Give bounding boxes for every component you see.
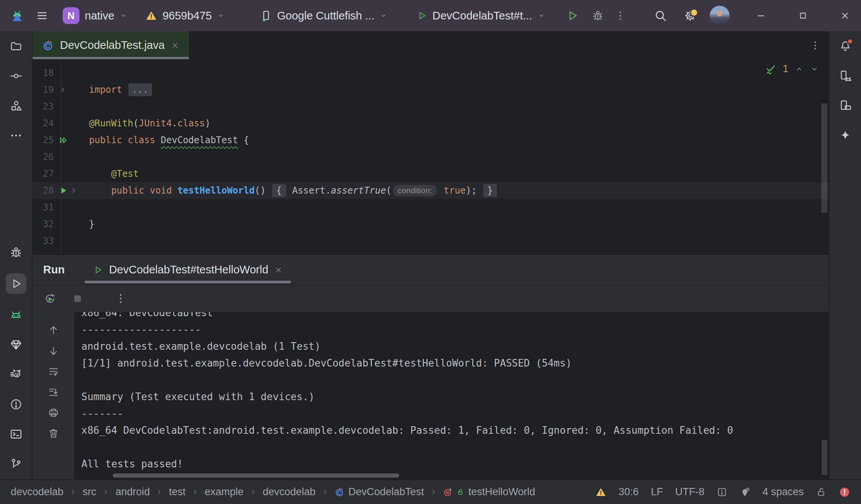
code-text[interactable]: public void testHelloWorld() { Assert.as…	[84, 184, 498, 197]
editor-notifications-icon[interactable]	[717, 487, 727, 498]
tab-options-button[interactable]	[810, 40, 821, 51]
branch-selector[interactable]: 9659b475	[142, 6, 228, 25]
editor-tab-devcodelabtest[interactable]: DevCodelabTest.java	[32, 31, 189, 59]
breadcrumb-item-example[interactable]: example	[205, 486, 244, 498]
gem-icon	[10, 338, 23, 351]
inspections-widget[interactable]: 1	[765, 63, 819, 75]
line-separator[interactable]: LF	[651, 486, 663, 498]
prev-issue-icon[interactable]	[795, 65, 804, 74]
sidebar-item-terminal[interactable]	[6, 425, 26, 443]
rerun-button[interactable]	[42, 291, 58, 306]
breadcrumb-item-devcodelab[interactable]: devcodelab	[11, 486, 63, 498]
code-text[interactable]: }	[84, 219, 94, 229]
close-button[interactable]	[834, 5, 856, 26]
breadcrumb-item-src[interactable]: src	[83, 486, 96, 498]
kebab-icon	[115, 292, 127, 305]
breadcrumb-item-test[interactable]: test	[169, 486, 186, 498]
breadcrumb-item-testhelloworld[interactable]: testHelloWorld	[443, 486, 535, 498]
main-menu-button[interactable]	[36, 10, 48, 22]
indent-setting[interactable]: 4 spaces	[762, 486, 804, 498]
rerun-icon	[44, 292, 56, 305]
sidebar-item-device-manager[interactable]	[835, 67, 856, 85]
gear-icon	[684, 9, 697, 22]
warning-icon[interactable]	[596, 487, 606, 498]
clear-all-button[interactable]	[45, 426, 62, 441]
more-actions-button[interactable]	[615, 10, 626, 21]
scroll-to-end-button[interactable]	[45, 384, 62, 400]
play-outline-icon	[10, 277, 23, 290]
sidebar-item-debug[interactable]	[6, 244, 26, 261]
sidebar-item-commit[interactable]	[6, 67, 26, 85]
caret-position[interactable]: 30:6	[618, 486, 639, 498]
editor-line-24: 24@RunWith(JUnit4.class)	[32, 115, 829, 132]
sidebar-item-run[interactable]	[6, 273, 26, 294]
minimize-button[interactable]	[750, 5, 772, 26]
run-configuration-selector[interactable]: DevCodelabTest#t...	[413, 6, 549, 25]
code-text[interactable]: public class DevCodelabTest {	[84, 135, 249, 145]
stop-button[interactable]	[69, 291, 86, 306]
next-occurrence-button[interactable]	[45, 343, 62, 359]
file-writable-icon[interactable]	[816, 487, 827, 498]
sidebar-item-app-quality-insights[interactable]	[6, 336, 26, 354]
token-keyword: true	[443, 185, 466, 196]
sidebar-item-project[interactable]	[6, 37, 26, 55]
breadcrumb-item-devcodelabtest[interactable]: DevCodelabTest	[335, 486, 424, 498]
sidebar-item-running-devices[interactable]	[835, 97, 856, 115]
search-everywhere-button[interactable]	[654, 9, 667, 22]
sidebar-item-version-control[interactable]	[6, 455, 26, 473]
breadcrumb-label: devcodelab	[263, 486, 316, 498]
more-options-button[interactable]	[112, 291, 129, 306]
soft-wrap-button[interactable]	[45, 364, 62, 379]
close-tab-button[interactable]	[171, 41, 179, 50]
code-editor[interactable]: 1819import ...2324@RunWith(JUnit4.class)…	[32, 59, 829, 254]
file-encoding[interactable]: UTF-8	[675, 486, 704, 498]
breadcrumb-item-android[interactable]: android	[115, 486, 150, 498]
code-text[interactable]: @RunWith(JUnit4.class)	[84, 118, 210, 129]
device-selector[interactable]: Google Cuttlefish ...	[256, 6, 391, 25]
window-controls	[730, 5, 861, 26]
tab-title: DevCodelabTest.java	[60, 39, 165, 52]
bug-icon	[10, 246, 23, 259]
close-run-tab-button[interactable]	[274, 266, 283, 274]
console-toolbar	[32, 312, 74, 480]
settings-button[interactable]	[684, 9, 697, 22]
console-horizontal-scrollbar[interactable]	[113, 473, 399, 478]
maximize-button[interactable]	[792, 5, 814, 26]
console-vertical-scrollbar[interactable]	[822, 440, 827, 475]
sidebar-item-resource-manager[interactable]	[6, 97, 26, 115]
sidebar-item-logcat[interactable]	[6, 306, 26, 324]
run-test-icon[interactable]	[58, 186, 68, 195]
code-text[interactable]: import ...	[84, 83, 153, 96]
project-selector[interactable]: N native	[59, 4, 131, 27]
console-output[interactable]: x86_64: DevCodelabTest------------------…	[74, 312, 829, 480]
next-issue-icon[interactable]	[810, 65, 819, 74]
token-keyword: class	[128, 135, 155, 145]
run-tab-testhelloworld[interactable]: DevCodelabTest#testHelloWorld	[83, 255, 293, 285]
line-number: 19	[32, 84, 54, 95]
breadcrumb-label: example	[205, 486, 244, 498]
debug-button[interactable]	[592, 10, 604, 22]
sidebar-item-profiler[interactable]	[6, 366, 26, 383]
print-button[interactable]	[45, 405, 62, 420]
breadcrumb-item-devcodelab[interactable]: devcodelab	[263, 486, 316, 498]
run-button[interactable]	[566, 9, 579, 22]
chevron-down-icon	[120, 12, 127, 19]
close-icon	[274, 266, 283, 274]
fold-icon[interactable]	[58, 86, 67, 94]
fold-icon[interactable]	[70, 186, 78, 195]
error-notification-icon[interactable]	[839, 486, 850, 498]
token-plain: (	[386, 185, 392, 196]
sidebar-item-problems[interactable]	[6, 396, 26, 413]
token-plain: Assert.	[287, 185, 331, 196]
run-class-icon[interactable]	[58, 135, 69, 145]
commit-icon	[10, 69, 23, 82]
sidebar-item-more-tool-windows[interactable]	[6, 127, 26, 144]
sidebar-item-notifications[interactable]	[835, 37, 856, 55]
account-button[interactable]	[710, 6, 730, 26]
code-text[interactable]: @Test	[84, 168, 139, 179]
unlock-icon	[457, 488, 464, 496]
highlighting-level-icon[interactable]	[740, 487, 750, 498]
prev-occurrence-button[interactable]	[45, 323, 62, 338]
editor-scrollbar[interactable]	[821, 103, 827, 213]
sidebar-item-gemini[interactable]	[835, 127, 856, 144]
